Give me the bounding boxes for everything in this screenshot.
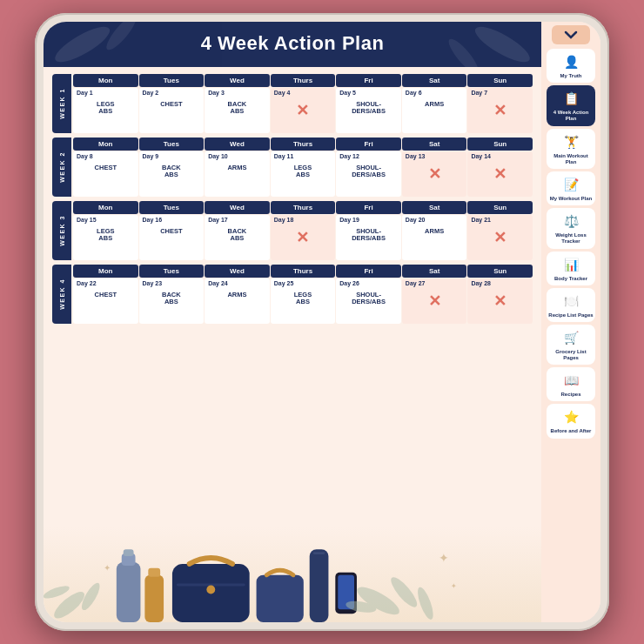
day-number-w3-d3: Day 17 <box>206 217 228 223</box>
rest-mark-w1-d7: ✕ <box>493 103 506 118</box>
day-cell-w1-d1: Day 1LEGS ABS <box>73 88 138 133</box>
week-4-day-cells: Day 22CHESTDay 23BACK ABSDay 24ARMSDay 2… <box>73 278 533 324</box>
day-header-mon: Mon <box>73 201 138 214</box>
week-2-day-cells: Day 8CHESTDay 9BACK ABSDay 10ARMSDay 11L… <box>73 151 533 197</box>
day-number-w4-d7: Day 28 <box>469 280 491 286</box>
rest-mark-w2-d7: ✕ <box>493 166 506 182</box>
svg-text:✦: ✦ <box>104 563 111 573</box>
week-3-block: WEEK 3MonTuesWedThursFriSatSunDay 15LEGS… <box>52 201 533 260</box>
day-number-w4-d4: Day 25 <box>272 280 294 286</box>
exercise-w4-d4: LEGS ABS <box>294 292 312 306</box>
week-4-grid: MonTuesWedThursFriSatSunDay 22CHESTDay 2… <box>73 265 533 324</box>
day-cell-w3-d2: Day 16CHEST <box>139 215 205 260</box>
exercise-w3-d1: LEGS ABS <box>97 228 114 243</box>
main-content: 4 Week Action Plan WEEK 1MonTuesWedThurs… <box>44 22 541 622</box>
sidebar-label-9: Before and After <box>551 428 592 434</box>
svg-rect-10 <box>144 575 164 622</box>
bottom-illustration: ✦ ✦ ✦ <box>44 527 541 622</box>
sidebar-item-5[interactable]: 📊Body Tracker <box>547 252 595 285</box>
rest-mark-w4-d6: ✕ <box>428 293 441 309</box>
sidebar-item-6[interactable]: 🍽️Recipe List Pages <box>547 288 595 322</box>
day-header-wed: Wed <box>205 74 270 87</box>
week-4-block: WEEK 4MonTuesWedThursFriSatSunDay 22CHES… <box>52 265 533 324</box>
day-header-wed: Wed <box>205 201 270 214</box>
exercise-w2-d2: BACK ABS <box>162 164 181 179</box>
day-cell-w1-d3: Day 3BACK ABS <box>205 88 270 133</box>
sidebar-label-7: Grocery List Pages <box>548 349 594 361</box>
day-header-wed: Wed <box>205 265 270 278</box>
day-header-sat: Sat <box>402 265 467 278</box>
week-1-day-headers: MonTuesWedThursFriSatSun <box>73 74 533 87</box>
day-header-thurs: Thurs <box>271 265 336 278</box>
week-2-grid: MonTuesWedThursFriSatSunDay 8CHESTDay 9B… <box>73 138 533 197</box>
sidebar-label-6: Recipe List Pages <box>548 312 593 319</box>
day-cell-w4-d3: Day 24ARMS <box>205 278 270 324</box>
svg-rect-9 <box>124 549 134 556</box>
week-1-day-cells: Day 1LEGS ABSDay 2CHESTDay 3BACK ABSDay … <box>73 88 533 133</box>
sidebar-label-1: 4 Week Action Plan <box>548 110 594 122</box>
day-cell-w2-d5: Day 12SHOUL- DERS/ABS <box>336 151 401 197</box>
day-header-sat: Sat <box>402 74 467 87</box>
day-header-sun: Sun <box>467 201 533 214</box>
sidebar-item-1[interactable]: 📋4 Week Action Plan <box>547 85 595 125</box>
day-number-w1-d2: Day 2 <box>141 90 159 96</box>
day-cell-w4-d7: Day 28✕ <box>467 278 533 324</box>
sidebar-item-8[interactable]: 📖Recipes <box>547 367 595 401</box>
day-number-w2-d4: Day 11 <box>272 153 294 159</box>
svg-point-0 <box>50 22 114 67</box>
sidebar-item-4[interactable]: ⚖️Weight Loss Tracker <box>547 208 595 248</box>
day-number-w4-d6: Day 27 <box>404 280 426 286</box>
day-cell-w4-d1: Day 22CHEST <box>73 278 138 324</box>
exercise-w2-d1: CHEST <box>95 164 117 171</box>
rest-mark-w3-d4: ✕ <box>296 230 309 245</box>
exercise-w1-d2: CHEST <box>160 101 182 108</box>
day-cell-w4-d5: Day 26SHOUL- DERS/ABS <box>336 278 401 324</box>
sidebar-label-3: My Workout Plan <box>550 196 593 202</box>
exercise-w2-d5: SHOUL- DERS/ABS <box>352 164 386 179</box>
day-header-tues: Tues <box>139 138 205 151</box>
week-1-grid: MonTuesWedThursFriSatSunDay 1LEGS ABSDay… <box>73 74 533 133</box>
sidebar-icon-3: 📝 <box>561 175 580 194</box>
sidebar-icon-1: 📋 <box>561 89 580 108</box>
sidebar-item-0[interactable]: 👤My Truth <box>547 49 595 83</box>
day-header-sun: Sun <box>467 74 533 87</box>
day-cell-w2-d6: Day 13✕ <box>402 151 467 197</box>
sidebar-item-7[interactable]: 🛒Grocery List Pages <box>547 325 595 365</box>
week-4-label-text: WEEK 4 <box>59 278 65 310</box>
day-cell-w4-d6: Day 27✕ <box>402 278 467 324</box>
sidebar-icon-8: 📖 <box>561 371 580 390</box>
svg-point-1 <box>471 22 534 67</box>
day-number-w2-d5: Day 12 <box>338 153 359 159</box>
rest-mark-w3-d7: ✕ <box>493 230 506 245</box>
week-3-label-text: WEEK 3 <box>59 215 65 246</box>
day-number-w3-d1: Day 15 <box>75 217 97 223</box>
exercise-w3-d3: BACK ABS <box>228 228 247 243</box>
day-number-w3-d6: Day 20 <box>404 217 426 223</box>
svg-text:✦: ✦ <box>451 582 457 590</box>
sidebar-icon-2: 🏋️ <box>561 132 580 151</box>
day-number-w1-d3: Day 3 <box>206 90 225 96</box>
day-number-w1-d5: Day 5 <box>338 90 356 96</box>
sidebar: 👤My Truth📋4 Week Action Plan🏋️Main Worko… <box>541 22 600 622</box>
svg-point-3 <box>445 36 482 67</box>
day-header-tues: Tues <box>139 201 205 214</box>
day-number-w2-d3: Day 10 <box>206 153 228 159</box>
sidebar-item-2[interactable]: 🏋️Main Workout Plan <box>547 129 595 169</box>
sidebar-label-8: Recipes <box>560 392 580 398</box>
sidebar-icon-7: 🛒 <box>561 328 580 347</box>
sidebar-item-9[interactable]: ⭐Before and After <box>547 404 595 438</box>
day-header-tues: Tues <box>139 74 205 87</box>
sidebar-label-5: Body Tracker <box>554 276 587 282</box>
day-header-sun: Sun <box>467 265 533 278</box>
week-1-label-text: WEEK 1 <box>59 88 65 119</box>
day-header-tues: Tues <box>139 265 205 278</box>
sidebar-label-2: Main Workout Plan <box>548 153 594 165</box>
week-2-label-text: WEEK 2 <box>59 151 65 183</box>
sidebar-icon-9: ⭐ <box>561 407 580 426</box>
sidebar-item-3[interactable]: 📝My Workout Plan <box>547 171 595 205</box>
day-header-fri: Fri <box>336 265 401 278</box>
sidebar-chevron[interactable] <box>552 25 590 44</box>
sidebar-label-0: My Truth <box>560 73 582 79</box>
exercise-w3-d6: ARMS <box>425 228 444 235</box>
day-number-w2-d7: Day 14 <box>469 153 491 159</box>
